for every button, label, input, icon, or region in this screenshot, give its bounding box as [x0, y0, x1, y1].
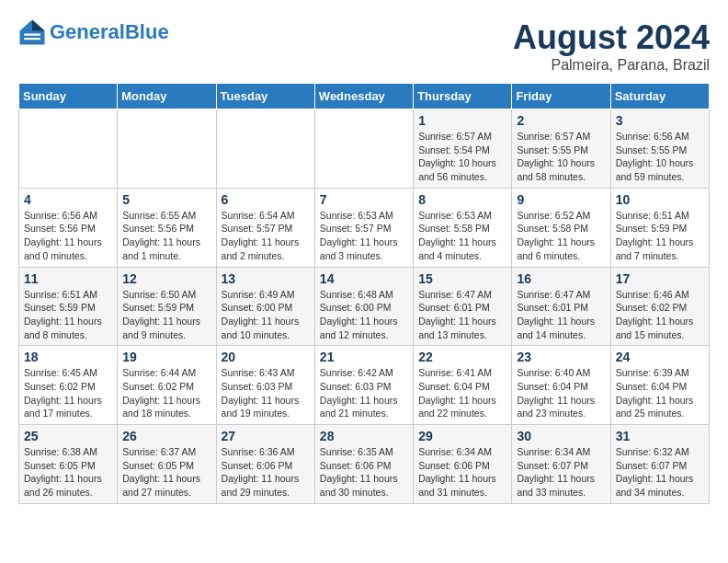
svg-rect-2: [24, 34, 40, 36]
table-row: 9Sunrise: 6:52 AM Sunset: 5:58 PM Daylig…: [512, 188, 610, 267]
col-header-thursday: Thursday: [414, 84, 512, 109]
day-info: Sunrise: 6:47 AM Sunset: 6:01 PM Dayligh…: [418, 288, 506, 342]
day-number: 4: [24, 192, 112, 207]
day-info: Sunrise: 6:41 AM Sunset: 6:04 PM Dayligh…: [418, 366, 506, 420]
day-info: Sunrise: 6:46 AM Sunset: 6:02 PM Dayligh…: [616, 288, 704, 342]
day-info: Sunrise: 6:53 AM Sunset: 5:57 PM Dayligh…: [320, 209, 408, 263]
day-number: 17: [616, 271, 704, 286]
day-number: 7: [320, 192, 408, 207]
table-row: 27Sunrise: 6:36 AM Sunset: 6:06 PM Dayli…: [216, 425, 314, 504]
day-number: 15: [418, 271, 506, 286]
col-header-friday: Friday: [512, 84, 610, 109]
day-info: Sunrise: 6:51 AM Sunset: 5:59 PM Dayligh…: [24, 288, 112, 342]
day-info: Sunrise: 6:56 AM Sunset: 5:56 PM Dayligh…: [24, 209, 112, 263]
table-row: 26Sunrise: 6:37 AM Sunset: 6:05 PM Dayli…: [118, 425, 216, 504]
table-row: [314, 109, 413, 189]
day-number: 26: [122, 429, 210, 443]
svg-rect-3: [24, 38, 40, 40]
svg-marker-1: [32, 20, 45, 31]
table-row: 21Sunrise: 6:42 AM Sunset: 6:03 PM Dayli…: [314, 346, 413, 425]
day-info: Sunrise: 6:45 AM Sunset: 6:02 PM Dayligh…: [24, 366, 112, 420]
day-info: Sunrise: 6:51 AM Sunset: 5:59 PM Dayligh…: [616, 209, 704, 263]
day-info: Sunrise: 6:38 AM Sunset: 6:05 PM Dayligh…: [24, 445, 112, 500]
day-info: Sunrise: 6:50 AM Sunset: 5:59 PM Dayligh…: [122, 288, 210, 342]
day-number: 20: [222, 350, 310, 364]
table-row: 11Sunrise: 6:51 AM Sunset: 5:59 PM Dayli…: [19, 267, 118, 346]
day-info: Sunrise: 6:35 AM Sunset: 6:06 PM Dayligh…: [320, 445, 408, 500]
table-row: 1Sunrise: 6:57 AM Sunset: 5:54 PM Daylig…: [414, 109, 512, 189]
page-header: GeneralBlue August 2024 Palmeira, Parana…: [18, 18, 710, 74]
day-info: Sunrise: 6:32 AM Sunset: 6:07 PM Dayligh…: [616, 445, 704, 500]
table-row: [19, 109, 118, 189]
day-number: 5: [122, 192, 210, 207]
day-number: 25: [24, 429, 112, 443]
day-info: Sunrise: 6:34 AM Sunset: 6:06 PM Dayligh…: [418, 445, 506, 500]
table-row: 24Sunrise: 6:39 AM Sunset: 6:04 PM Dayli…: [610, 346, 709, 425]
table-row: 12Sunrise: 6:50 AM Sunset: 5:59 PM Dayli…: [118, 267, 216, 346]
day-info: Sunrise: 6:44 AM Sunset: 6:02 PM Dayligh…: [122, 366, 210, 420]
day-info: Sunrise: 6:54 AM Sunset: 5:57 PM Dayligh…: [222, 209, 310, 263]
day-number: 24: [616, 350, 704, 364]
table-row: 10Sunrise: 6:51 AM Sunset: 5:59 PM Dayli…: [610, 188, 709, 267]
day-info: Sunrise: 6:48 AM Sunset: 6:00 PM Dayligh…: [320, 288, 408, 342]
day-number: 3: [616, 113, 704, 128]
day-number: 11: [24, 271, 112, 286]
table-row: 22Sunrise: 6:41 AM Sunset: 6:04 PM Dayli…: [414, 346, 512, 425]
table-row: 16Sunrise: 6:47 AM Sunset: 6:01 PM Dayli…: [512, 267, 610, 346]
day-info: Sunrise: 6:57 AM Sunset: 5:54 PM Dayligh…: [418, 130, 506, 184]
col-header-wednesday: Wednesday: [314, 84, 413, 109]
day-info: Sunrise: 6:36 AM Sunset: 6:06 PM Dayligh…: [222, 445, 310, 500]
day-info: Sunrise: 6:55 AM Sunset: 5:56 PM Dayligh…: [122, 209, 210, 263]
day-number: 10: [616, 192, 704, 207]
day-number: 6: [222, 192, 310, 207]
table-row: 14Sunrise: 6:48 AM Sunset: 6:00 PM Dayli…: [314, 267, 413, 346]
day-number: 27: [222, 429, 310, 443]
table-row: 3Sunrise: 6:56 AM Sunset: 5:55 PM Daylig…: [610, 109, 709, 189]
day-number: 29: [418, 429, 506, 443]
col-header-monday: Monday: [118, 84, 216, 109]
day-info: Sunrise: 6:34 AM Sunset: 6:07 PM Dayligh…: [517, 445, 605, 500]
title-block: August 2024 Palmeira, Parana, Brazil: [513, 18, 710, 74]
day-number: 1: [418, 113, 506, 128]
logo: GeneralBlue: [18, 18, 169, 46]
day-info: Sunrise: 6:49 AM Sunset: 6:00 PM Dayligh…: [222, 288, 310, 342]
logo-icon: [18, 18, 46, 46]
day-number: 8: [418, 192, 506, 207]
table-row: [216, 109, 314, 189]
day-info: Sunrise: 6:39 AM Sunset: 6:04 PM Dayligh…: [616, 366, 704, 420]
col-header-sunday: Sunday: [19, 84, 118, 109]
day-number: 28: [320, 429, 408, 443]
day-info: Sunrise: 6:52 AM Sunset: 5:58 PM Dayligh…: [517, 209, 605, 263]
table-row: 20Sunrise: 6:43 AM Sunset: 6:03 PM Dayli…: [216, 346, 314, 425]
logo-line2: Blue: [125, 20, 169, 43]
day-number: 13: [222, 271, 310, 286]
table-row: 23Sunrise: 6:40 AM Sunset: 6:04 PM Dayli…: [512, 346, 610, 425]
table-row: 19Sunrise: 6:44 AM Sunset: 6:02 PM Dayli…: [118, 346, 216, 425]
calendar-table: SundayMondayTuesdayWednesdayThursdayFrid…: [18, 83, 710, 504]
day-number: 23: [517, 350, 605, 364]
day-number: 19: [122, 350, 210, 364]
day-number: 21: [320, 350, 408, 364]
col-header-tuesday: Tuesday: [216, 84, 314, 109]
table-row: 6Sunrise: 6:54 AM Sunset: 5:57 PM Daylig…: [216, 188, 314, 267]
day-number: 2: [517, 113, 605, 128]
day-number: 14: [320, 271, 408, 286]
day-info: Sunrise: 6:56 AM Sunset: 5:55 PM Dayligh…: [616, 130, 704, 184]
day-info: Sunrise: 6:57 AM Sunset: 5:55 PM Dayligh…: [517, 130, 605, 184]
day-number: 9: [517, 192, 605, 207]
day-info: Sunrise: 6:42 AM Sunset: 6:03 PM Dayligh…: [320, 366, 408, 420]
day-info: Sunrise: 6:37 AM Sunset: 6:05 PM Dayligh…: [122, 445, 210, 500]
month-title: August 2024: [513, 18, 710, 57]
day-number: 22: [418, 350, 506, 364]
table-row: [118, 109, 216, 189]
table-row: 4Sunrise: 6:56 AM Sunset: 5:56 PM Daylig…: [19, 188, 118, 267]
table-row: 2Sunrise: 6:57 AM Sunset: 5:55 PM Daylig…: [512, 109, 610, 189]
day-info: Sunrise: 6:43 AM Sunset: 6:03 PM Dayligh…: [222, 366, 310, 420]
col-header-saturday: Saturday: [610, 84, 709, 109]
table-row: 25Sunrise: 6:38 AM Sunset: 6:05 PM Dayli…: [19, 425, 118, 504]
table-row: 30Sunrise: 6:34 AM Sunset: 6:07 PM Dayli…: [512, 425, 610, 504]
table-row: 28Sunrise: 6:35 AM Sunset: 6:06 PM Dayli…: [314, 425, 413, 504]
table-row: 8Sunrise: 6:53 AM Sunset: 5:58 PM Daylig…: [414, 188, 512, 267]
day-number: 18: [24, 350, 112, 364]
table-row: 17Sunrise: 6:46 AM Sunset: 6:02 PM Dayli…: [610, 267, 709, 346]
